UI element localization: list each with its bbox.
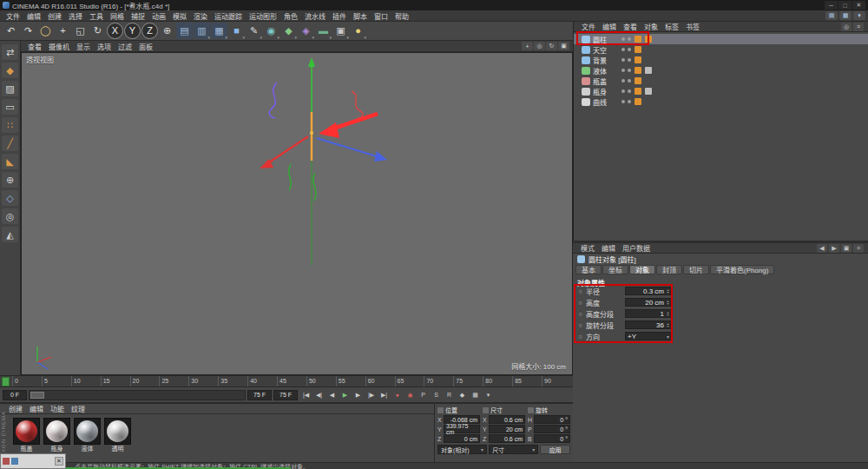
workplane-mode-icon[interactable]: ▭ — [2, 99, 18, 115]
render-visibility-dot[interactable] — [628, 37, 631, 41]
playback-options-button[interactable]: ▾ — [482, 389, 495, 400]
object-row[interactable]: 瓶身 — [574, 86, 868, 96]
object-manager-menu-item[interactable]: 书签 — [682, 22, 703, 31]
popup-close-button[interactable]: ✕ — [55, 457, 63, 466]
animation-toggle-icon[interactable]: ○ — [577, 311, 583, 317]
goto-start-button[interactable]: |◀ — [299, 389, 312, 400]
points-mode-icon[interactable]: ∷ — [2, 117, 18, 133]
record-keyframe-button[interactable]: ● — [391, 389, 404, 400]
object-row[interactable]: 背景 — [574, 55, 868, 65]
object-manager-menu-item[interactable]: 查看 — [620, 22, 641, 31]
viewport-solo-icon[interactable]: ◎ — [2, 208, 18, 224]
stepper-icon[interactable]: ▴▾ — [665, 287, 671, 294]
viewport-menu-item[interactable]: 显示 — [73, 42, 94, 51]
add-subdivision-icon[interactable]: ◉ ▾ — [263, 23, 279, 39]
material-thumbnail[interactable] — [43, 418, 70, 445]
texture-mode-icon[interactable]: ▨ — [2, 81, 18, 96]
add-environment-icon[interactable]: ▬ ▾ — [315, 23, 332, 39]
next-frame-button[interactable]: ▶ — [352, 389, 365, 400]
menu-item[interactable]: 动画 — [148, 11, 169, 21]
viewport-menu-item[interactable]: 过滤 — [115, 42, 135, 51]
object-name[interactable]: 瓶盖 — [593, 76, 619, 86]
model-mode-icon[interactable]: ◆ — [2, 63, 18, 78]
material-item[interactable]: 瓶身 — [43, 418, 70, 453]
record-position-button[interactable]: P — [417, 389, 430, 400]
current-frame-field[interactable]: 0 F — [3, 390, 27, 400]
texture-tag-icon-2[interactable] — [645, 56, 652, 63]
menu-item[interactable]: 创建 — [44, 11, 65, 21]
layout-dropdown-icon[interactable]: ▾ — [853, 11, 865, 20]
rotation-b-field[interactable]: 0 ° — [534, 434, 570, 443]
axis-mode-icon[interactable]: ⊕ — [2, 172, 18, 188]
size-y-field[interactable]: 20 cm — [489, 425, 525, 433]
texture-tag-icon-2[interactable] — [645, 46, 652, 53]
material-item[interactable]: 液体 — [74, 418, 101, 453]
add-generator-icon[interactable]: ◆ ▾ — [280, 23, 297, 39]
end-frame-field[interactable]: 75 F — [247, 390, 272, 400]
coordinate-mode-select[interactable]: 对象(相对)▾ — [437, 445, 487, 454]
stepper-icon[interactable]: ▴▾ — [665, 321, 671, 328]
attribute-tab[interactable]: 坐标 — [602, 265, 628, 274]
object-manager-menu-item[interactable]: 编辑 — [599, 22, 620, 31]
menu-item[interactable]: 插件 — [329, 11, 350, 21]
layout-grid-icon[interactable]: ▤ — [825, 11, 838, 20]
record-rotation-button[interactable]: R — [443, 389, 456, 400]
texture-tag-icon[interactable] — [635, 67, 641, 74]
render-settings-icon[interactable]: ▦ ▾ — [211, 23, 227, 39]
timeline-ruler[interactable]: 051015202530354045505560657075808590 — [0, 375, 573, 387]
material-menu-item[interactable]: 纹理 — [68, 404, 89, 413]
material-menu-item[interactable]: 编辑 — [26, 404, 47, 413]
attribute-menu-item[interactable]: 模式 — [577, 243, 598, 253]
menu-item[interactable]: 工具 — [86, 11, 107, 21]
height-field[interactable]: 20 cm ▴▾ — [625, 298, 672, 307]
menu-item[interactable]: 运动跟踪 — [211, 11, 246, 21]
editor-visibility-dot[interactable] — [621, 89, 625, 93]
material-thumbnail[interactable] — [104, 418, 131, 445]
rotation-h-field[interactable]: 0 ° — [534, 415, 570, 424]
range-frame-field[interactable]: 75 F — [273, 390, 298, 400]
undo-icon[interactable]: ↶ — [3, 23, 19, 39]
rotate-view-icon[interactable]: ↻ — [546, 42, 557, 50]
render-picture-viewer-icon[interactable]: ▥ ▾ — [194, 23, 210, 39]
live-selection-icon[interactable]: ◯ — [37, 23, 54, 39]
add-cube-icon[interactable]: ■ ▾ — [228, 23, 245, 39]
zoom-view-icon[interactable]: ◎ — [534, 42, 545, 50]
object-manager-menu-item[interactable]: 文件 — [578, 22, 599, 31]
stepper-icon[interactable]: ▴▾ — [665, 299, 671, 306]
menu-item[interactable]: 帮助 — [391, 11, 412, 21]
rotation-p-field[interactable]: 0 ° — [534, 425, 570, 433]
menu-item[interactable]: 模拟 — [169, 11, 190, 21]
menu-item[interactable]: 编辑 — [23, 11, 44, 21]
orientation-select[interactable]: +Y ▾ — [625, 332, 672, 340]
timeline-playhead[interactable] — [2, 377, 10, 386]
viewport-menu-item[interactable]: 选项 — [94, 42, 115, 51]
render-visibility-dot[interactable] — [628, 58, 631, 62]
viewport-menu-item[interactable]: 查看 — [24, 42, 45, 51]
texture-tag-icon[interactable] — [635, 56, 641, 63]
position-y-field[interactable]: 339.975 cm — [444, 425, 480, 433]
notification-popup[interactable]: ✕ — [0, 453, 66, 469]
object-name[interactable]: 瓶身 — [593, 87, 619, 96]
attribute-tab[interactable]: 基本 — [575, 265, 602, 274]
close-button[interactable]: ✕ — [852, 1, 865, 10]
texture-tag-icon-2[interactable] — [645, 77, 652, 84]
attribute-tab[interactable]: 封顶 — [656, 265, 682, 274]
viewport-menu-item[interactable]: 摄像机 — [45, 42, 73, 51]
coordinate-system-icon[interactable]: ⊕ — [159, 23, 175, 39]
scale-icon[interactable]: ◱ — [72, 23, 89, 39]
material-item[interactable]: 瓶盖 — [13, 418, 40, 453]
texture-tag-icon-2[interactable] — [645, 88, 652, 95]
pan-view-icon[interactable]: + — [522, 42, 533, 50]
object-row[interactable]: 圆柱 — [574, 34, 868, 44]
om-search-icon[interactable]: ◎ — [841, 23, 852, 31]
attribute-tab[interactable]: 对象 — [629, 265, 655, 274]
record-pla-button[interactable]: ▦ — [469, 389, 482, 400]
attribute-menu-item[interactable]: 用户数据 — [619, 243, 654, 253]
material-menu-item[interactable]: 功能 — [47, 404, 68, 413]
material-item[interactable]: 透明 — [104, 418, 131, 453]
object-row[interactable]: 曲线 — [574, 96, 868, 107]
previous-key-button[interactable]: ◀| — [312, 389, 326, 400]
height-segments-field[interactable]: 1 ▴▾ — [625, 309, 672, 318]
editor-visibility-dot[interactable] — [621, 69, 625, 72]
attribute-menu-item[interactable]: 编辑 — [598, 243, 619, 253]
